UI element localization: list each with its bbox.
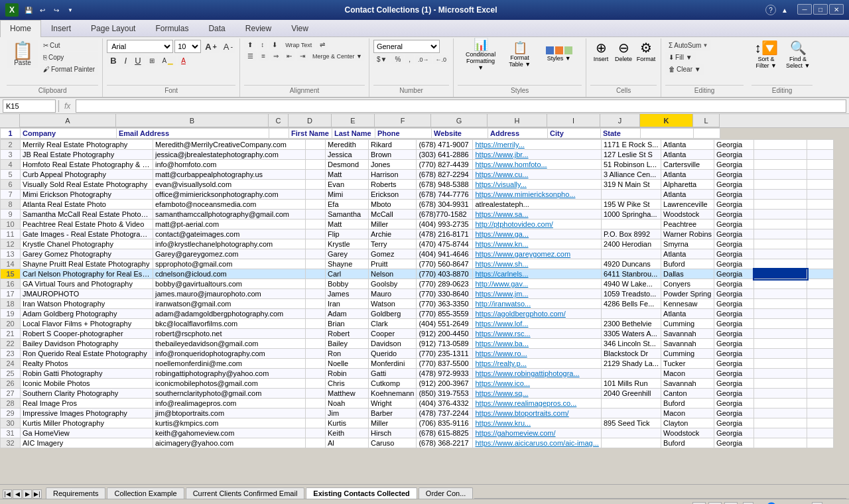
cell-e15[interactable]: Nelson [369,269,417,279]
cell-a10[interactable]: Peachtree Real Estate Photo & Video [21,220,153,229]
cell-j18[interactable]: Georgia [714,299,754,309]
cell-l23[interactable] [807,349,834,359]
cell-l11[interactable] [807,229,834,239]
col-header-j[interactable]: J [600,114,640,127]
font-name-select[interactable]: Arial [107,40,173,53]
col-header-f[interactable]: F [375,114,431,127]
cell-j11[interactable]: Georgia [714,229,754,239]
cell-f15[interactable]: (770) 403-8870 [417,269,473,279]
cell-b7[interactable]: office@mimiericksonphotography.com [153,190,306,200]
cell-d28[interactable]: Noah [326,399,369,409]
cell-b14[interactable]: spprophoto@gmail.com [153,259,306,269]
cell-e7[interactable]: Erickson [369,190,417,200]
formula-input[interactable] [76,99,846,113]
cell-f23[interactable]: (770) 235-1311 [417,349,473,359]
cell-j10[interactable]: Georgia [714,220,754,229]
align-bottom-button[interactable]: ⬇ [269,40,281,50]
cell-d10[interactable]: Matt [326,220,369,229]
cell-j5[interactable]: Georgia [714,170,754,180]
cell-l30[interactable] [807,418,834,428]
cell-h3[interactable]: 127 Leslie St S [601,150,661,160]
cell-b25[interactable]: robingattiphotography@yahoo.com [153,369,306,379]
cell-e25[interactable]: Gatti [369,369,417,379]
format-table-button[interactable]: 📋 Format Table ▼ [503,40,537,69]
cell-k20[interactable] [754,319,807,329]
cell-k11[interactable] [754,229,807,239]
header-address[interactable]: Address [488,129,548,139]
cell-k29[interactable] [754,409,807,418]
cell-k13[interactable] [754,249,807,259]
cell-j9[interactable]: Georgia [714,210,754,220]
cell-c6[interactable] [306,180,326,190]
cell-a19[interactable]: Adam Goldberg Photography [21,309,153,319]
name-box[interactable] [3,99,56,113]
redo-button[interactable]: ↪ [50,4,62,16]
decrease-decimal-button[interactable]: ←.0 [433,55,450,64]
col-header-k[interactable]: K [640,114,693,127]
cell-b29[interactable]: jim@btoportraits.com [153,409,306,418]
cell-c3[interactable] [306,150,326,160]
cell-h9[interactable]: 1000 Springha... [601,210,661,220]
cell-e19[interactable]: Goldberg [369,309,417,319]
cell-c20[interactable] [306,319,326,329]
insert-cells-button[interactable]: ⊕ Insert [590,40,612,62]
cell-k22[interactable] [754,339,807,349]
col-header-c[interactable]: C [269,114,289,127]
cell-h28[interactable] [601,399,661,409]
cell-b27[interactable]: southernclarityphoto@gmail.com [153,389,306,399]
header-k[interactable] [641,129,694,139]
cell-a25[interactable]: Robin Gatti Photography [21,369,153,379]
conditional-formatting-button[interactable]: 📊 ConditionalFormatting ▼ [464,40,498,69]
cell-e5[interactable]: Harrison [369,170,417,180]
cell-l26[interactable] [807,379,834,389]
cell-d11[interactable]: Flip [326,229,369,239]
next-sheet-button[interactable]: ▶ [23,489,32,499]
cell-c5[interactable] [306,170,326,180]
cell-h8[interactable]: 195 W Pike St [601,200,661,210]
cell-l8[interactable] [807,200,834,210]
cell-h29[interactable] [601,409,661,418]
cell-l20[interactable] [807,319,834,329]
cell-a12[interactable]: Krystle Chanel Photography [21,239,153,249]
cell-l10[interactable] [807,220,834,229]
cell-f6[interactable]: (678) 948-5388 [417,180,473,190]
cell-l25[interactable] [807,369,834,379]
cell-j19[interactable]: Georgia [714,309,754,319]
align-top-button[interactable]: ⬆ [244,40,256,50]
cell-d3[interactable]: Jessica [326,150,369,160]
cell-d29[interactable]: Jim [326,409,369,418]
cell-d20[interactable]: Brian [326,319,369,329]
cell-e21[interactable]: Cooper [369,329,417,339]
sort-filter-button[interactable]: ↕🔽 Sort &Filter ▼ [751,40,781,69]
cell-a17[interactable]: JMAUROPHO​TO [21,289,153,299]
tab-order-con[interactable]: Order Con... [419,487,474,499]
cell-e3[interactable]: Brown [369,150,417,160]
cell-d26[interactable]: Chris [326,379,369,389]
increase-indent-button[interactable]: ⇥ [296,51,308,61]
cell-l9[interactable] [807,210,834,220]
cell-b21[interactable]: robert@rscphoto.net [153,329,306,339]
zoom-in-button[interactable]: + [812,502,822,505]
cell-f30[interactable]: (706) 835-9116 [417,418,473,428]
cell-d23[interactable]: Ron [326,349,369,359]
cell-i27[interactable]: Canton [661,389,714,399]
cell-b24[interactable]: noellemonferdini@me.com [153,359,306,369]
cell-a14[interactable]: Shayne Pruitt Real Estate Photography [21,259,153,269]
cell-c21[interactable] [306,329,326,339]
cell-j21[interactable]: Georgia [714,329,754,339]
cell-f20[interactable]: (404) 551-2649 [417,319,473,329]
col-header-h[interactable]: H [488,114,547,127]
cell-e10[interactable]: Miller [369,220,417,229]
cell-k2[interactable] [754,140,807,150]
tab-data[interactable]: Data [198,20,235,36]
tab-collection-example[interactable]: Collection Example [107,487,184,499]
cell-a32[interactable]: AIC Imagery [21,438,153,448]
cell-f29[interactable]: (478) 737-2244 [417,409,473,418]
cell-h21[interactable]: 3305 Waters A... [601,329,661,339]
cell-g11[interactable]: https://www.ga... [473,229,601,239]
cell-a30[interactable]: Kurtis Miller Photography [21,418,153,428]
cell-a5[interactable]: Curb Appeal Photography [21,170,153,180]
header-company[interactable]: Company [21,129,117,139]
cell-styles-button[interactable]: Styles ▼ [542,40,576,69]
cell-i6[interactable]: Alpharetta [661,180,714,190]
